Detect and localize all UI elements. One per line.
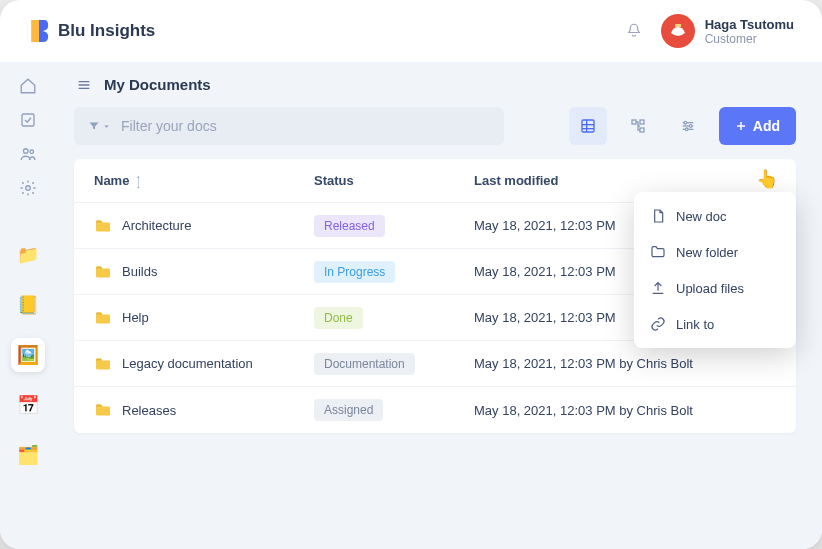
- add-button-label: Add: [753, 118, 780, 134]
- user-role: Customer: [705, 32, 794, 46]
- body: 📁 📒 🖼️ 📅 🗂️ My Documents: [0, 62, 822, 549]
- filter-input[interactable]: [121, 118, 490, 134]
- nav-settings-icon[interactable]: [18, 178, 38, 198]
- svg-rect-8: [582, 120, 594, 132]
- workspace-thumb-3[interactable]: 🖼️: [11, 338, 45, 372]
- folder-icon: [94, 219, 112, 233]
- svg-rect-1: [22, 114, 34, 126]
- status-badge: In Progress: [314, 261, 395, 283]
- svg-point-4: [26, 186, 31, 191]
- dropdown-item-doc[interactable]: New doc: [634, 198, 796, 234]
- brand-block[interactable]: Blu Insights: [28, 18, 155, 44]
- row-modified: May 18, 2021, 12:03 PM by Chris Bolt: [454, 403, 796, 418]
- folder-icon: [94, 357, 112, 371]
- svg-point-19: [689, 125, 692, 128]
- row-name: Releases: [122, 403, 176, 418]
- filter-icon: [88, 120, 111, 132]
- dropdown-item-upload[interactable]: Upload files: [634, 270, 796, 306]
- dropdown-item-label: New folder: [676, 245, 738, 260]
- page-header: My Documents: [64, 76, 796, 93]
- svg-point-3: [30, 150, 34, 154]
- dropdown-item-link[interactable]: Link to: [634, 306, 796, 342]
- svg-rect-14: [640, 128, 644, 132]
- status-badge: Assigned: [314, 399, 383, 421]
- svg-rect-0: [675, 24, 681, 27]
- row-name: Architecture: [122, 218, 191, 233]
- app-window: Blu Insights Haga Tsutomu Customer: [0, 0, 822, 549]
- folder-icon: [94, 403, 112, 417]
- workspace-thumb-4[interactable]: 📅: [11, 388, 45, 422]
- nav-home-icon[interactable]: [18, 76, 38, 96]
- table-row[interactable]: Releases Assigned May 18, 2021, 12:03 PM…: [74, 387, 796, 433]
- workspace-thumb-2[interactable]: 📒: [11, 288, 45, 322]
- status-badge: Released: [314, 215, 385, 237]
- row-modified: May 18, 2021, 12:03 PM by Chris Bolt: [454, 356, 796, 371]
- page-title: My Documents: [104, 76, 211, 93]
- svg-point-18: [684, 121, 687, 124]
- dropdown-item-label: Upload files: [676, 281, 744, 296]
- view-settings-button[interactable]: [669, 107, 707, 145]
- logo-icon: [28, 18, 50, 44]
- sort-icon: ↑↓: [135, 175, 141, 187]
- svg-point-20: [685, 128, 688, 131]
- svg-rect-12: [632, 120, 636, 124]
- th-name[interactable]: Name↑↓: [74, 173, 294, 188]
- add-dropdown: New docNew folderUpload filesLink to: [634, 192, 796, 348]
- dropdown-item-label: New doc: [676, 209, 727, 224]
- row-name: Builds: [122, 264, 157, 279]
- menu-icon[interactable]: [76, 77, 92, 93]
- brand-text: Blu Insights: [58, 21, 155, 41]
- topbar-right: Haga Tsutomu Customer: [625, 14, 794, 48]
- sidebar: 📁 📒 🖼️ 📅 🗂️: [0, 62, 56, 549]
- user-menu[interactable]: Haga Tsutomu Customer: [661, 14, 794, 48]
- workspace-thumb-1[interactable]: 📁: [11, 238, 45, 272]
- toolbar: Add: [64, 107, 796, 145]
- status-badge: Done: [314, 307, 363, 329]
- status-badge: Documentation: [314, 353, 415, 375]
- nav-tasks-icon[interactable]: [18, 110, 38, 130]
- filter-box[interactable]: [74, 107, 504, 145]
- row-name: Legacy documentation: [122, 356, 253, 371]
- folder-icon: [94, 265, 112, 279]
- row-name: Help: [122, 310, 149, 325]
- svg-point-2: [24, 149, 29, 154]
- th-status[interactable]: Status: [294, 173, 454, 188]
- user-name: Haga Tsutomu: [705, 17, 794, 32]
- view-tree-button[interactable]: [619, 107, 657, 145]
- avatar: [661, 14, 695, 48]
- th-modified[interactable]: Last modified: [454, 173, 796, 188]
- plus-icon: [735, 120, 747, 132]
- nav-people-icon[interactable]: [18, 144, 38, 164]
- svg-rect-13: [640, 120, 644, 124]
- topbar: Blu Insights Haga Tsutomu Customer: [0, 0, 822, 62]
- dropdown-item-label: Link to: [676, 317, 714, 332]
- view-grid-button[interactable]: [569, 107, 607, 145]
- main: My Documents Add: [56, 62, 822, 549]
- notifications-icon[interactable]: [625, 22, 643, 40]
- add-button[interactable]: Add: [719, 107, 796, 145]
- workspace-thumb-5[interactable]: 🗂️: [11, 438, 45, 472]
- folder-icon: [94, 311, 112, 325]
- dropdown-item-folder[interactable]: New folder: [634, 234, 796, 270]
